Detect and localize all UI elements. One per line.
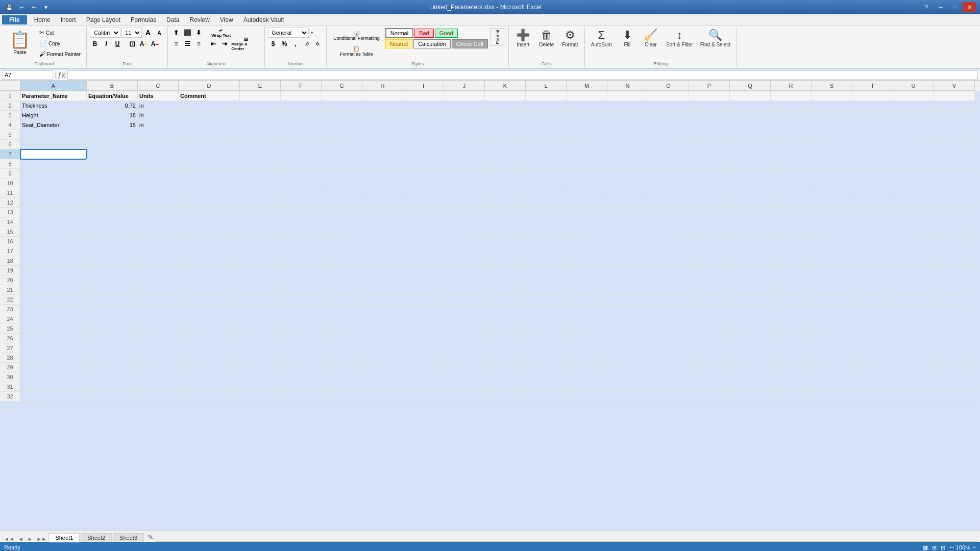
cell-U15[interactable] <box>893 227 934 237</box>
cell-D4[interactable] <box>179 120 240 130</box>
cell-N6[interactable] <box>607 140 648 149</box>
cell-E31[interactable] <box>240 382 281 392</box>
cell-M16[interactable] <box>567 237 607 246</box>
quick-undo[interactable]: ↩ <box>16 2 27 12</box>
cell-N3[interactable] <box>607 111 648 120</box>
cell-L2[interactable] <box>526 101 567 111</box>
cell-O32[interactable] <box>648 392 689 402</box>
cell-C25[interactable] <box>138 324 179 334</box>
neutral-style[interactable]: Neutral <box>385 39 412 48</box>
cell-V2[interactable] <box>934 101 975 111</box>
cell-N19[interactable] <box>607 266 648 276</box>
file-menu[interactable]: File <box>2 15 27 24</box>
cell-M13[interactable] <box>567 208 607 217</box>
cell-N10[interactable] <box>607 179 648 188</box>
sheet-tab-add[interactable]: ✎ <box>145 533 156 542</box>
cell-O6[interactable] <box>648 140 689 149</box>
cell-Q25[interactable] <box>730 324 771 334</box>
cell-L19[interactable] <box>526 266 567 276</box>
cell-S18[interactable] <box>812 256 852 266</box>
cell-R17[interactable] <box>771 246 812 256</box>
align-middle-btn[interactable]: ⬛ <box>182 28 192 38</box>
cell-U3[interactable] <box>893 111 934 120</box>
cell-I16[interactable] <box>403 237 444 246</box>
cell-E26[interactable] <box>240 334 281 343</box>
cell-L24[interactable] <box>526 314 567 324</box>
cell-R27[interactable] <box>771 343 812 353</box>
align-top-btn[interactable]: ⬆ <box>171 28 181 38</box>
row-num-11[interactable]: 11 <box>0 188 20 198</box>
cell-L9[interactable] <box>526 169 567 179</box>
cell-K3[interactable] <box>485 111 526 120</box>
cell-V19[interactable] <box>934 266 975 276</box>
sheet-tab-sheet3[interactable]: Sheet3 <box>113 533 144 542</box>
cell-K30[interactable] <box>485 372 526 382</box>
cell-L16[interactable] <box>526 237 567 246</box>
cell-G5[interactable] <box>322 130 362 140</box>
cell-A5[interactable] <box>20 130 87 140</box>
cell-M9[interactable] <box>567 169 607 179</box>
cell-K10[interactable] <box>485 179 526 188</box>
cell-J3[interactable] <box>444 111 485 120</box>
cell-P12[interactable] <box>689 198 730 208</box>
cell-H23[interactable] <box>362 305 403 314</box>
sheet-tab-right[interactable]: ► <box>26 536 35 542</box>
cell-U2[interactable] <box>893 101 934 111</box>
cell-E13[interactable] <box>240 208 281 217</box>
cell-J6[interactable] <box>444 140 485 149</box>
cell-C24[interactable] <box>138 314 179 324</box>
cell-R1[interactable] <box>771 91 812 101</box>
cell-N28[interactable] <box>607 353 648 363</box>
cell-A12[interactable] <box>20 198 87 208</box>
sheet-tab-left-scroll[interactable]: ◄◄ <box>2 536 16 542</box>
cell-C18[interactable] <box>138 256 179 266</box>
cell-R31[interactable] <box>771 382 812 392</box>
cell-A22[interactable] <box>20 295 87 305</box>
cell-H31[interactable] <box>362 382 403 392</box>
cell-U22[interactable] <box>893 295 934 305</box>
cell-U6[interactable] <box>893 140 934 149</box>
cell-T14[interactable] <box>852 217 893 227</box>
cell-S14[interactable] <box>812 217 852 227</box>
cell-A23[interactable] <box>20 305 87 314</box>
align-left-btn[interactable]: ≡ <box>171 39 181 49</box>
cell-P15[interactable] <box>689 227 730 237</box>
cell-G32[interactable] <box>322 392 362 402</box>
check-cell-style[interactable]: Check Cell <box>452 39 488 48</box>
cell-P30[interactable] <box>689 372 730 382</box>
cell-A3[interactable]: Height <box>20 111 87 120</box>
cell-Q18[interactable] <box>730 256 771 266</box>
cell-J19[interactable] <box>444 266 485 276</box>
cell-T20[interactable] <box>852 276 893 285</box>
cell-N5[interactable] <box>607 130 648 140</box>
cell-V16[interactable] <box>934 237 975 246</box>
row-num-2[interactable]: 2 <box>0 101 20 111</box>
cell-R29[interactable] <box>771 363 812 372</box>
cell-Q27[interactable] <box>730 343 771 353</box>
cell-A9[interactable] <box>20 169 87 179</box>
col-header-v[interactable]: V <box>934 81 975 91</box>
cell-L23[interactable] <box>526 305 567 314</box>
cell-K29[interactable] <box>485 363 526 372</box>
cell-Q9[interactable] <box>730 169 771 179</box>
cell-M14[interactable] <box>567 217 607 227</box>
cell-C11[interactable] <box>138 188 179 198</box>
sheet-tab-left[interactable]: ◄ <box>16 536 26 542</box>
cell-D11[interactable] <box>179 188 240 198</box>
cell-F10[interactable] <box>281 179 322 188</box>
cell-R14[interactable] <box>771 217 812 227</box>
cell-B24[interactable] <box>87 314 138 324</box>
cell-A4[interactable]: Seat_Diameter <box>20 120 87 130</box>
cell-H30[interactable] <box>362 372 403 382</box>
row-num-10[interactable]: 10 <box>0 179 20 188</box>
cell-K2[interactable] <box>485 101 526 111</box>
cell-Q17[interactable] <box>730 246 771 256</box>
cell-E8[interactable] <box>240 159 281 169</box>
cell-T24[interactable] <box>852 314 893 324</box>
cell-V5[interactable] <box>934 130 975 140</box>
cell-G30[interactable] <box>322 372 362 382</box>
cell-P5[interactable] <box>689 130 730 140</box>
cell-N8[interactable] <box>607 159 648 169</box>
row-num-16[interactable]: 16 <box>0 237 20 246</box>
align-center-btn[interactable]: ☰ <box>182 39 192 49</box>
